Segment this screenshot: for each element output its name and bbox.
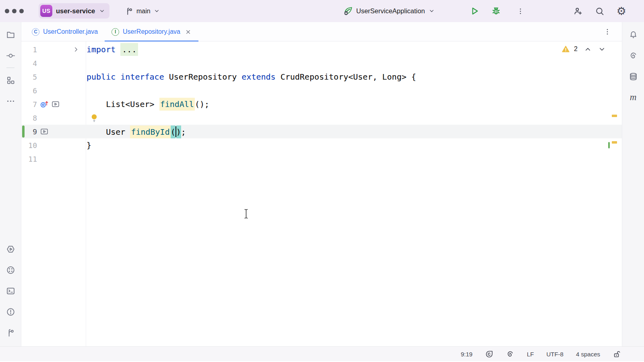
highlighting-level-icon[interactable] <box>485 350 493 358</box>
notifications-toolwindow-button[interactable] <box>626 27 640 42</box>
inspections-widget: 2 <box>561 45 606 53</box>
tab-label: UserRepository.java <box>123 28 180 35</box>
right-toolwindow-stripe: m <box>622 22 644 346</box>
code-text: } <box>86 140 91 150</box>
code-text: User findById(); <box>86 126 186 137</box>
mouse-cursor <box>243 208 249 219</box>
ide-window: US user-service main UserServiceApplicat… <box>0 0 644 362</box>
problems-toolwindow-button[interactable] <box>3 304 18 319</box>
structure-toolwindow-button[interactable] <box>3 73 18 87</box>
services-toolwindow-button[interactable] <box>3 242 18 256</box>
window-control-dot[interactable] <box>12 9 17 13</box>
run-method-gutter-icon[interactable] <box>51 100 60 109</box>
unlocked-icon[interactable] <box>613 350 621 358</box>
spring-boot-icon <box>343 6 353 16</box>
database-toolwindow-button[interactable] <box>626 69 640 84</box>
run-configuration-selector[interactable]: UserServiceApplication <box>343 0 435 22</box>
warning-icon[interactable] <box>561 45 570 53</box>
window-control-dot[interactable] <box>5 9 9 13</box>
scrollbar-warning-mark[interactable] <box>612 141 617 144</box>
left-toolwindow-stripe <box>0 22 21 346</box>
code-text: public interface UserRepository extends … <box>86 72 416 82</box>
project-name: user-service <box>56 7 95 15</box>
ai-assistant-icon <box>629 51 638 60</box>
folder-toolwindow-button[interactable] <box>3 27 18 42</box>
line-number: 11 <box>21 155 39 163</box>
run-play-icon <box>469 6 479 16</box>
structure-icon <box>6 76 15 85</box>
code-area: 1import ...45public interface UserReposi… <box>21 43 622 166</box>
class-icon: C <box>32 28 39 36</box>
line-number: 5 <box>21 73 39 81</box>
line-number: 8 <box>21 114 39 122</box>
line-separator-widget[interactable]: LF <box>527 351 534 358</box>
tab-userrepository[interactable]: I UserRepository.java <box>105 22 198 41</box>
scrollbar-change-mark[interactable] <box>608 142 610 148</box>
branch-name: main <box>136 8 151 15</box>
git-branch-icon <box>125 7 134 16</box>
titlebar-right-actions: ⚙ <box>573 0 626 22</box>
code-line: 10} <box>21 138 622 152</box>
run-method-gutter-icon[interactable] <box>40 127 49 136</box>
line-number: 4 <box>21 59 39 68</box>
vcs-added-line-marker <box>22 125 25 138</box>
line-number: 1 <box>21 45 39 54</box>
line-number: 7 <box>21 100 39 109</box>
debug-bug-icon <box>491 6 501 16</box>
previous-problem-button[interactable] <box>584 45 592 53</box>
tab-usercontroller[interactable]: C UserController.java <box>25 22 105 41</box>
commit-toolwindow-button[interactable] <box>3 48 18 63</box>
run-configuration-name: UserServiceApplication <box>356 7 425 15</box>
indent-widget[interactable]: 4 spaces <box>576 351 600 358</box>
endpoints-toolwindow-button[interactable] <box>3 263 18 277</box>
interface-icon: I <box>111 28 119 36</box>
warning-count[interactable]: 2 <box>574 45 578 53</box>
settings-button[interactable]: ⚙ <box>617 6 626 16</box>
caret-position-widget[interactable]: 9:19 <box>461 351 473 358</box>
title-bar: US user-service main UserServiceApplicat… <box>0 0 644 23</box>
code-line: 5public interface UserRepository extends… <box>21 70 622 84</box>
ai-assistant-toolwindow-button[interactable] <box>626 48 640 63</box>
commit-icon <box>6 51 15 60</box>
tab-options-kebab-icon[interactable] <box>603 28 611 36</box>
close-tab-icon[interactable] <box>185 29 192 35</box>
scrollbar-warning-mark[interactable] <box>612 115 617 117</box>
vcs-branch-widget[interactable]: main <box>125 0 160 22</box>
more-run-actions-button[interactable] <box>516 0 524 22</box>
project-avatar: US <box>40 5 52 17</box>
more-toolwindow-button[interactable] <box>3 94 18 108</box>
kebab-menu-icon <box>516 7 524 15</box>
notifications-icon <box>629 30 638 39</box>
window-control-dot[interactable] <box>19 9 24 13</box>
terminal-toolwindow-button[interactable] <box>3 284 18 298</box>
code-line: 11 <box>21 152 622 166</box>
folder-icon <box>6 30 15 39</box>
debug-button[interactable] <box>491 0 501 22</box>
encoding-widget[interactable]: UTF-8 <box>546 351 564 358</box>
git-branch-toolwindow-button[interactable] <box>3 325 18 340</box>
code-line: 1import ... <box>21 43 622 56</box>
maven-toolwindow-button[interactable]: m <box>626 90 640 105</box>
next-problem-button[interactable] <box>598 45 606 53</box>
run-button[interactable] <box>469 0 479 22</box>
overrides-gutter-icon[interactable] <box>40 100 49 109</box>
git-branch-icon <box>6 328 15 337</box>
fold-region-chevron-icon[interactable] <box>72 46 80 53</box>
more-icon <box>6 97 15 106</box>
code-with-me-button[interactable] <box>573 6 583 16</box>
project-widget[interactable]: US user-service <box>39 3 109 19</box>
code-line: 8 <box>21 111 622 125</box>
window-controls[interactable] <box>5 9 24 13</box>
endpoints-icon <box>6 265 15 275</box>
search-everywhere-button[interactable] <box>595 6 605 16</box>
database-icon <box>629 72 638 81</box>
problems-icon <box>6 307 15 317</box>
services-icon <box>6 245 15 254</box>
intention-bulb-icon[interactable] <box>90 113 99 123</box>
code-line: 9 User findById(); <box>21 125 622 138</box>
line-number: 10 <box>21 141 39 150</box>
code-line: 7 List<User> findAll(); <box>21 97 622 111</box>
chevron-down-icon <box>428 8 435 14</box>
code-editor[interactable]: 1import ...45public interface UserReposi… <box>21 41 622 346</box>
ai-assistant-status-icon[interactable] <box>506 350 514 358</box>
